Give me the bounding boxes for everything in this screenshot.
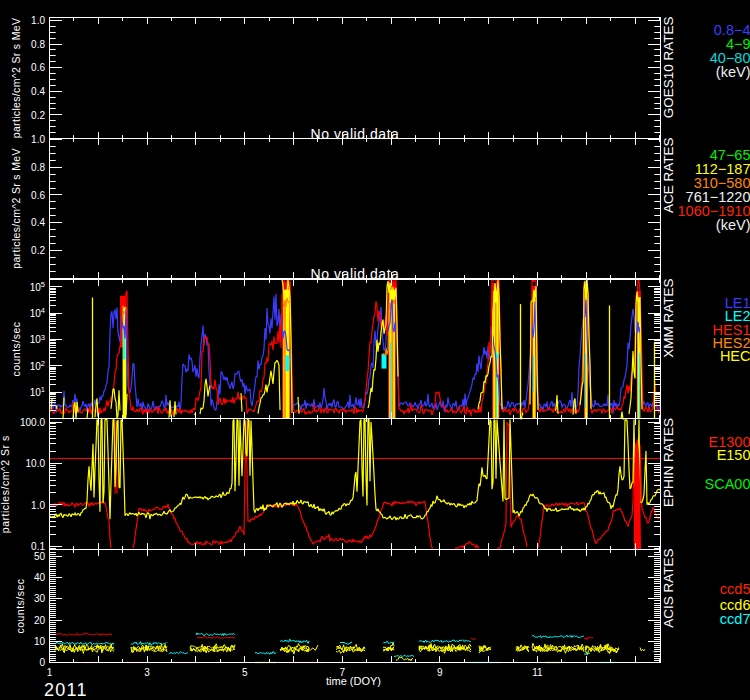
- svg-text:HEC: HEC: [720, 348, 750, 364]
- svg-text:particles/cm^2 Sr s: particles/cm^2 Sr s: [0, 435, 11, 533]
- svg-text:0.2: 0.2: [31, 245, 45, 256]
- svg-text:GOES10 RATES: GOES10 RATES: [661, 17, 676, 119]
- svg-text:time (DOY): time (DOY): [326, 675, 381, 687]
- svg-text:3: 3: [144, 667, 150, 678]
- svg-text:1: 1: [47, 667, 53, 678]
- svg-text:EPHIN RATES: EPHIN RATES: [661, 418, 676, 507]
- svg-text:20: 20: [34, 615, 46, 626]
- svg-text:0.8: 0.8: [31, 162, 45, 173]
- svg-text:0.8: 0.8: [31, 39, 45, 50]
- svg-text:particles/cm^2 Sr s MeV: particles/cm^2 Sr s MeV: [10, 148, 22, 268]
- svg-text:1.0: 1.0: [31, 134, 45, 145]
- svg-text:0.6: 0.6: [31, 190, 45, 201]
- svg-text:particles/cm^2 Sr s MeV: particles/cm^2 Sr s MeV: [10, 18, 22, 138]
- svg-text:0.4: 0.4: [31, 86, 45, 97]
- svg-text:(keV): (keV): [716, 64, 750, 80]
- svg-text:100.0: 100.0: [20, 417, 45, 428]
- svg-text:10: 10: [34, 636, 46, 647]
- svg-text:counts/sec: counts/sec: [14, 578, 26, 633]
- svg-text:ACIS RATES: ACIS RATES: [661, 549, 676, 628]
- svg-text:0: 0: [39, 657, 45, 668]
- svg-text:0.6: 0.6: [31, 62, 45, 73]
- svg-text:ACE RATES: ACE RATES: [661, 138, 676, 214]
- svg-text:40: 40: [34, 572, 46, 583]
- svg-text:SCA00: SCA00: [705, 476, 750, 492]
- svg-text:ccd5: ccd5: [720, 581, 750, 597]
- svg-text:2011: 2011: [44, 680, 88, 700]
- svg-text:0.2: 0.2: [31, 110, 45, 121]
- svg-text:30: 30: [34, 593, 46, 604]
- svg-text:(keV): (keV): [716, 217, 750, 233]
- svg-text:1.0: 1.0: [31, 15, 45, 26]
- svg-text:11: 11: [532, 667, 543, 678]
- svg-text:10.0: 10.0: [26, 458, 46, 469]
- svg-text:0.4: 0.4: [31, 217, 45, 228]
- svg-text:ccd7: ccd7: [720, 611, 750, 627]
- svg-text:E150: E150: [717, 447, 750, 463]
- svg-text:5: 5: [242, 667, 248, 678]
- svg-text:No valid data: No valid data: [311, 126, 400, 142]
- svg-text:50: 50: [34, 551, 46, 562]
- svg-text:9: 9: [437, 667, 443, 678]
- svg-text:1.0: 1.0: [31, 500, 45, 511]
- svg-text:XMM RATES: XMM RATES: [661, 279, 676, 358]
- svg-text:counts/sec: counts/sec: [10, 321, 22, 376]
